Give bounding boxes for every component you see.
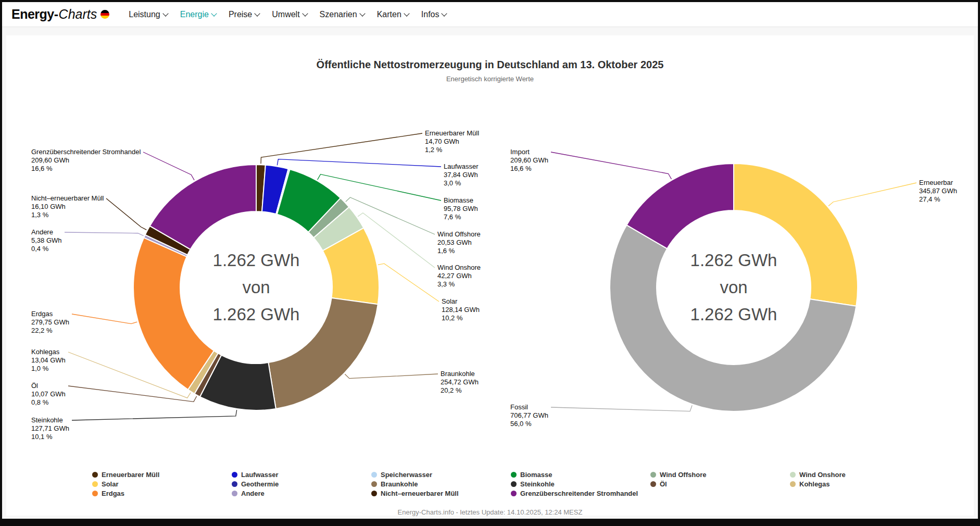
legend-swatch-icon xyxy=(92,491,98,496)
slice-label-name: Steinkohle xyxy=(31,416,69,424)
slice-label-gwh: 209,60 GWh xyxy=(510,156,548,165)
legend-item-l[interactable]: Öl xyxy=(650,480,790,488)
chevron-down-icon xyxy=(211,10,217,16)
slice-label-name: Braunkohle xyxy=(441,370,479,378)
slice-label-gwh: 95,78 GWh xyxy=(444,205,478,213)
legend-item-biomasse[interactable]: Biomasse xyxy=(511,471,650,479)
slice-label-nicht-erneuerbarer-m-ll: Nicht–erneuerbarer Müll16,10 GWh1,3 % xyxy=(31,194,104,219)
slice-label-steinkohle: Steinkohle127,71 GWh10,1 % xyxy=(31,416,69,441)
german-flag-icon xyxy=(100,10,109,19)
chevron-down-icon xyxy=(255,10,260,16)
slice-label-name: Erneuerbar xyxy=(919,179,957,187)
legend-item-wind-onshore[interactable]: Wind Onshore xyxy=(790,471,929,479)
center-total-line-1: 1.262 GWh xyxy=(690,247,777,274)
slice-label-kohlegas: Kohlegas13,04 GWh1,0 % xyxy=(31,348,66,373)
donut-segment-erdgas[interactable] xyxy=(133,237,214,390)
slice-label-name: Fossil xyxy=(510,403,548,411)
legend-swatch-icon xyxy=(232,472,237,478)
center-total-line-2: von xyxy=(213,274,300,301)
legend-item-wind-offshore[interactable]: Wind Offshore xyxy=(650,471,790,479)
legend-item-erneuerbarer-m-ll[interactable]: Erneuerbarer Müll xyxy=(92,471,232,479)
slice-label-gwh: 345,87 GWh xyxy=(919,187,957,195)
legend-swatch-icon xyxy=(92,472,98,478)
slice-label-gwh: 706,77 GWh xyxy=(510,411,548,420)
nav-menu: LeistungEnergiePreiseUmweltSzenarienKart… xyxy=(123,7,452,22)
slice-label-name: Öl xyxy=(31,382,66,390)
label-line-erneuerbar xyxy=(828,183,916,206)
nav-item-umwelt[interactable]: Umwelt xyxy=(266,7,312,22)
legend-item-andere[interactable]: Andere xyxy=(232,490,371,497)
slice-label-pct: 1,3 % xyxy=(31,211,104,219)
slice-label-pct: 16,6 % xyxy=(510,165,548,173)
slice-label-name: Grenzüberschreitender Stromhandel xyxy=(31,148,141,156)
slice-label-pct: 3,3 % xyxy=(437,280,481,289)
legend-label: Kohlegas xyxy=(799,480,830,488)
legend-label: Laufwasser xyxy=(241,471,279,479)
label-line-steinkohle xyxy=(72,410,237,420)
legend-swatch-icon xyxy=(232,491,237,496)
legend-label: Solar xyxy=(102,480,119,488)
legend-label: Steinkohle xyxy=(520,480,555,488)
label-line-laufwasser xyxy=(277,159,441,167)
legend-swatch-icon xyxy=(650,472,656,478)
slice-label-pct: 3,0 % xyxy=(444,179,478,187)
slice-label-gwh: 16,10 GWh xyxy=(31,203,104,211)
top-nav-bar: Energy-Charts LeistungEnergiePreiseUmwel… xyxy=(2,2,978,27)
slice-label-pct: 20,2 % xyxy=(441,386,479,395)
chevron-down-icon xyxy=(162,10,168,16)
chart-card: Öffentliche Nettostromerzeugung in Deuts… xyxy=(6,35,974,516)
legend-item-braunkohle[interactable]: Braunkohle xyxy=(371,480,511,488)
legend-item-nicht-erneuerbarer-m-ll[interactable]: Nicht–erneuerbarer Müll xyxy=(371,490,511,497)
logo[interactable]: Energy-Charts xyxy=(11,7,109,22)
slice-label-name: Erneuerbarer Müll xyxy=(425,129,479,137)
slice-label-gwh: 5,38 GWh xyxy=(31,236,62,245)
nav-item-leistung[interactable]: Leistung xyxy=(123,7,173,22)
slice-label-pct: 0,4 % xyxy=(31,245,62,253)
nav-item-szenarien[interactable]: Szenarien xyxy=(314,7,370,22)
slice-label-pct: 0,8 % xyxy=(31,398,66,407)
slice-label-pct: 1,2 % xyxy=(425,146,479,154)
legend-item-laufwasser[interactable]: Laufwasser xyxy=(232,471,371,479)
label-line-solar xyxy=(378,264,439,302)
legend-item-solar[interactable]: Solar xyxy=(92,480,232,488)
slice-label-biomasse: Biomasse95,78 GWh7,6 % xyxy=(444,196,478,221)
slice-label-gwh: 42,27 GWh xyxy=(437,272,481,280)
nav-item-energie[interactable]: Energie xyxy=(174,7,222,22)
nav-item-karten[interactable]: Karten xyxy=(371,7,414,22)
legend-swatch-icon xyxy=(92,481,98,487)
legend-item-kohlegas[interactable]: Kohlegas xyxy=(790,480,929,488)
center-total-line-3: 1.262 GWh xyxy=(690,301,777,328)
label-line-erdgas xyxy=(72,314,137,324)
slice-label-laufwasser: Laufwasser37,84 GWh3,0 % xyxy=(444,162,478,187)
legend-swatch-icon xyxy=(511,481,517,487)
legend-item-geothermie[interactable]: Geothermie xyxy=(232,480,371,488)
legend-item-steinkohle[interactable]: Steinkohle xyxy=(511,480,650,488)
label-line-braunkohle xyxy=(345,374,438,379)
slice-label-name: Wind Offshore xyxy=(437,230,481,239)
slice-label-name: Andere xyxy=(31,228,62,236)
legend-item-speicherwasser[interactable]: Speicherwasser xyxy=(371,471,511,479)
center-total-line-2: von xyxy=(690,274,777,301)
slice-label-solar: Solar128,14 GWh10,2 % xyxy=(442,297,480,322)
legend-label: Andere xyxy=(241,490,265,497)
slice-label-gwh: 127,71 GWh xyxy=(31,424,69,433)
slice-label-pct: 27,4 % xyxy=(919,195,957,204)
legend-swatch-icon xyxy=(232,481,237,487)
nav-item-preise[interactable]: Preise xyxy=(223,7,265,22)
legend-item-erdgas[interactable]: Erdgas xyxy=(92,490,232,497)
nav-item-infos[interactable]: Infos xyxy=(416,7,453,22)
slice-label-erneuerbar: Erneuerbar345,87 GWh27,4 % xyxy=(919,179,957,204)
slice-label-name: Laufwasser xyxy=(444,162,478,171)
legend-item-grenz-berschreitender-stromhandel[interactable]: Grenzüberschreitender Stromhandel xyxy=(511,490,650,497)
legend-label: Erdgas xyxy=(102,490,124,497)
slice-label-wind-offshore: Wind Offshore20,53 GWh1,6 % xyxy=(437,230,481,255)
slice-label-pct: 1,6 % xyxy=(437,247,481,255)
slice-label-pct: 10,1 % xyxy=(31,433,69,441)
slice-label-l: Öl10,07 GWh0,8 % xyxy=(31,382,66,407)
legend-label: Speicherwasser xyxy=(381,471,432,479)
logo-text-bold: Energy- xyxy=(11,7,58,22)
legend-swatch-icon xyxy=(790,472,796,478)
slice-label-pct: 10,2 % xyxy=(442,314,480,322)
chart-subtitle: Energetisch korrigierte Werte xyxy=(6,75,974,83)
chevron-down-icon xyxy=(359,10,365,16)
